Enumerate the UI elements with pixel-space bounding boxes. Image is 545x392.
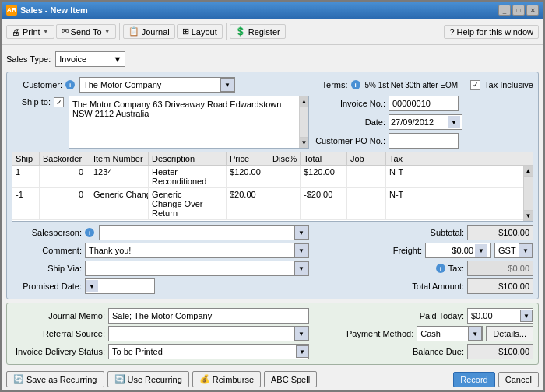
use-recurring-button[interactable]: 🔄 Use Recurring: [107, 371, 189, 387]
paid-today-value: $0.00: [468, 311, 520, 320]
sales-type-arrow: ▼: [113, 54, 121, 64]
maximize-button[interactable]: □: [512, 5, 525, 16]
invoice-delivery-dropdown-btn[interactable]: ▼: [296, 345, 308, 358]
journal-memo-field[interactable]: Sale; The Motor Company: [108, 308, 309, 324]
table-row[interactable]: -1 0 Generic Chang GenericChange OverRet…: [12, 188, 533, 220]
close-button[interactable]: ✕: [526, 5, 539, 16]
salesperson-field[interactable]: ▼: [99, 225, 309, 240]
salesperson-value: [100, 232, 294, 233]
save-recurring-button[interactable]: 🔄 Save as Recurring: [6, 371, 104, 387]
layout-label: Layout: [192, 27, 217, 37]
total-label: Total Amount:: [412, 282, 464, 291]
customer-dropdown-btn[interactable]: ▼: [220, 78, 234, 92]
cell-total-2: -$20.00: [301, 188, 347, 219]
layout-button[interactable]: ⊞ Layout: [177, 24, 223, 39]
cell-price-2: $20.00: [227, 188, 269, 219]
comment-dropdown-btn[interactable]: ▼: [294, 243, 308, 257]
help-button[interactable]: ? Help for this window: [444, 25, 539, 39]
minimize-button[interactable]: _: [498, 5, 511, 16]
layout-icon: ⊞: [182, 26, 189, 37]
cell-ship-2: -1: [12, 188, 40, 219]
freight-dropdown-btn[interactable]: ▼: [475, 244, 487, 257]
scroll-down-btn[interactable]: ▼: [300, 137, 308, 148]
col-spacer: [417, 152, 533, 165]
customer-value: The Motor Company: [80, 79, 220, 90]
window-title: Sales - New Item: [20, 5, 88, 15]
date-field[interactable]: 27/09/2012 ▼: [389, 114, 462, 130]
paid-today-dropdown-btn[interactable]: ▼: [520, 310, 533, 322]
promised-date-dropdown-btn[interactable]: ▼: [86, 280, 98, 292]
invoice-no-value: 00000010: [392, 99, 431, 108]
col-desc-header: Description: [149, 152, 227, 165]
sales-type-select[interactable]: Invoice ▼: [55, 51, 125, 67]
payment-method-label: Payment Method:: [346, 329, 413, 338]
customer-field[interactable]: The Motor Company ▼: [79, 77, 235, 93]
grid-section: Ship Backorder Item Number Description P…: [12, 152, 533, 222]
freight-amount: $0.00: [452, 246, 473, 255]
cell-job-2: [347, 188, 386, 219]
journal-button[interactable]: 📋 Journal: [123, 24, 175, 39]
customer-label: Customer:: [12, 80, 62, 89]
bottom-right: Subtotal: $100.00 Freight: $0.00 ▼ GST ▼: [315, 225, 533, 294]
separator-2: [226, 23, 227, 40]
grid-scroll-up[interactable]: ▲: [524, 166, 533, 177]
referral-source-label: Referral Source:: [12, 329, 105, 338]
salesperson-circle-icon: i: [85, 228, 94, 237]
salesperson-label: Salesperson:: [12, 228, 82, 237]
referral-source-dropdown-btn[interactable]: ▼: [294, 327, 308, 341]
paid-today-label: Paid Today:: [420, 311, 464, 320]
customer-po-field[interactable]: [389, 133, 459, 149]
invoice-delivery-field[interactable]: To be Printed ▼: [108, 344, 309, 359]
freight-value[interactable]: $0.00 ▼: [425, 243, 491, 258]
send-to-button[interactable]: ✉ Send To ▼: [56, 24, 116, 39]
top-left: Ship to: ✓ The Motor Company 63 Driveawa…: [12, 96, 309, 149]
cell-ship-1: 1: [12, 166, 40, 187]
salesperson-dropdown-btn[interactable]: ▼: [294, 226, 308, 240]
payment-method-dropdown-btn[interactable]: ▼: [468, 327, 482, 341]
ship-to-label: Ship to:: [12, 96, 51, 107]
gst-dropdown-btn[interactable]: ▼: [519, 243, 533, 257]
lower-section: Journal Memo: Sale; The Motor Company Re…: [6, 303, 539, 365]
journal-label: Journal: [142, 27, 170, 37]
invoice-no-field[interactable]: 00000010: [389, 96, 459, 111]
cell-desc-1: HeaterReconditioned: [149, 166, 227, 187]
help-icon: ?: [449, 27, 454, 37]
payment-method-field[interactable]: Cash ▼: [417, 326, 483, 341]
comment-field[interactable]: Thank you! ▼: [85, 243, 309, 258]
print-button[interactable]: 🖨 Print ▼: [6, 25, 54, 39]
col-price-header: Price: [227, 152, 269, 165]
ship-via-label: Ship Via:: [12, 264, 82, 273]
table-row[interactable]: 1 0 1234 HeaterReconditioned $120.00 $12…: [12, 166, 533, 188]
cell-tax-2: N-T: [386, 188, 417, 219]
register-button[interactable]: 💲 Register: [230, 24, 286, 39]
title-bar: AR Sales - New Item _ □ ✕: [2, 2, 543, 19]
toolbar: 🖨 Print ▼ ✉ Send To ▼ 📋 Journal ⊞ Layout…: [2, 19, 543, 45]
ship-to-checkbox[interactable]: ✓: [54, 97, 64, 107]
separator-1: [119, 23, 120, 40]
date-value: 27/09/2012: [391, 117, 448, 127]
col-disc-header: Disc%: [269, 152, 301, 165]
paid-today-field[interactable]: $0.00 ▼: [467, 308, 533, 324]
total-value: $100.00: [467, 278, 533, 294]
date-dropdown-btn[interactable]: ▼: [448, 116, 460, 128]
referral-source-field[interactable]: ▼: [108, 326, 309, 341]
details-button[interactable]: Details...: [486, 326, 533, 341]
scroll-up-btn[interactable]: ▲: [300, 96, 308, 107]
cell-item-1: 1234: [90, 166, 149, 187]
spell-button[interactable]: ABC Spell: [264, 371, 317, 387]
record-button[interactable]: Record: [453, 372, 494, 387]
cancel-button[interactable]: Cancel: [498, 372, 539, 387]
reimburse-label: Reimburse: [213, 375, 254, 384]
reimburse-button[interactable]: 💰 Reimburse: [192, 371, 261, 387]
cell-disc-1: [269, 166, 301, 187]
main-form: Customer: i The Motor Company ▼ Terms: i…: [6, 72, 539, 299]
ship-via-value: [86, 268, 294, 269]
ship-via-field[interactable]: ▼: [85, 261, 309, 276]
promised-date-field[interactable]: ▼: [85, 278, 155, 294]
gst-field[interactable]: GST ▼: [494, 243, 533, 258]
cell-disc-2: [269, 188, 301, 219]
register-label: Register: [248, 27, 280, 37]
tax-inclusive-checkbox[interactable]: ✓: [470, 80, 480, 90]
grid-scroll-down[interactable]: ▼: [524, 210, 533, 221]
ship-via-dropdown-btn[interactable]: ▼: [294, 261, 308, 275]
